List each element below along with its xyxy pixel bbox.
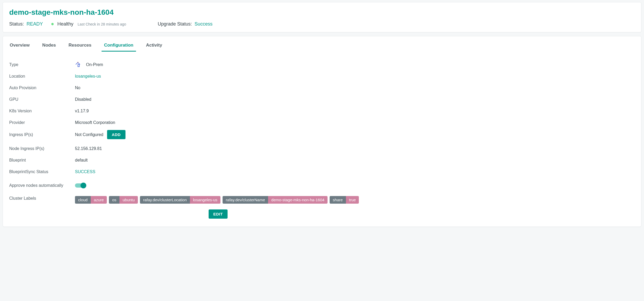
type-label: Type <box>9 62 75 67</box>
configuration-panel: Type On-Prem Location losangeles-us <box>9 52 635 220</box>
type-value-cell: On-Prem <box>75 62 103 68</box>
tab-nodes[interactable]: Nodes <box>42 41 57 52</box>
location-value[interactable]: losangeles-us <box>75 74 101 79</box>
row-ingress: Ingress IP(s) Not Configured ADD <box>9 128 635 141</box>
chip-value: ubuntu <box>119 196 138 204</box>
gpu-value: Disabled <box>75 97 91 102</box>
gpu-label: GPU <box>9 97 75 102</box>
cluster-labels-list: cloudazureosubunturafay.dev/clusterLocat… <box>75 196 361 206</box>
upgrade-group: Upgrade Status: Success <box>158 21 213 27</box>
approve-toggle[interactable] <box>75 183 85 188</box>
health-text: Healthy <box>57 21 73 27</box>
tabs: Overview Nodes Resources Configuration A… <box>9 36 635 52</box>
k8s-value: v1.17.9 <box>75 109 89 113</box>
status-value: READY <box>27 21 43 27</box>
k8s-label: K8s Version <box>9 109 75 113</box>
add-ingress-button[interactable]: ADD <box>107 130 125 139</box>
health-dot-icon <box>51 23 54 25</box>
status-group: Status: READY Healthy Last Check in 28 m… <box>9 21 126 27</box>
provider-label: Provider <box>9 120 75 125</box>
cluster-title: demo-stage-mks-non-ha-1604 <box>9 8 635 17</box>
row-location: Location losangeles-us <box>9 71 635 82</box>
chip-key: rafay.dev/clusterName <box>223 196 268 204</box>
row-k8s: K8s Version v1.17.9 <box>9 105 635 117</box>
row-type: Type On-Prem <box>9 59 635 71</box>
cluster-header: demo-stage-mks-non-ha-1604 Status: READY… <box>3 2 641 32</box>
row-provider: Provider Microsoft Corporation <box>9 117 635 128</box>
row-approve-nodes: Approve nodes automatically <box>9 178 635 193</box>
upgrade-label: Upgrade Status: <box>158 21 192 27</box>
ingress-value: Not Configured <box>75 132 103 137</box>
chip-key: os <box>109 196 119 204</box>
chip-value: losangeles-us <box>190 196 221 204</box>
row-node-ingress: Node Ingress IP(s) 52.156.129.81 <box>9 141 635 154</box>
tab-resources[interactable]: Resources <box>68 41 92 52</box>
tab-overview[interactable]: Overview <box>9 41 30 52</box>
chip-key: rafay.dev/clusterLocation <box>140 196 190 204</box>
blueprint-label: Blueprint <box>9 158 75 163</box>
content-card: Overview Nodes Resources Configuration A… <box>3 36 641 227</box>
type-value: On-Prem <box>86 62 103 67</box>
auto-provision-label: Auto Provision <box>9 86 75 90</box>
ingress-label: Ingress IP(s) <box>9 132 75 137</box>
chip-key: cloud <box>75 196 91 204</box>
upgrade-value: Success <box>195 21 213 27</box>
cluster-labels-label: Cluster Labels <box>9 196 75 201</box>
node-ingress-value: 52.156.129.81 <box>75 146 102 151</box>
cluster-label-chip: cloudazure <box>75 196 107 204</box>
chip-key: share <box>330 196 346 204</box>
chip-value: true <box>346 196 359 204</box>
provider-value: Microsoft Corporation <box>75 120 115 125</box>
cluster-label-chip: sharetrue <box>330 196 359 204</box>
chip-value: azure <box>91 196 107 204</box>
cluster-label-chip: rafay.dev/clusterLocationlosangeles-us <box>140 196 220 204</box>
row-cluster-labels: Cluster Labels cloudazureosubunturafay.d… <box>9 193 635 220</box>
blueprint-sync-value: SUCCESS <box>75 169 95 174</box>
location-label: Location <box>9 74 75 79</box>
approve-label: Approve nodes automatically <box>9 183 75 188</box>
cluster-label-chip: rafay.dev/clusterNamedemo-stage-mks-non-… <box>223 196 328 204</box>
node-ingress-label: Node Ingress IP(s) <box>9 146 75 151</box>
blueprint-sync-label: BlueprintSync Status <box>9 169 75 174</box>
toggle-knob-icon <box>80 183 86 188</box>
row-blueprint: Blueprint default <box>9 154 635 166</box>
row-gpu: GPU Disabled <box>9 94 635 105</box>
blueprint-value: default <box>75 158 88 163</box>
svg-rect-0 <box>78 64 79 67</box>
cluster-label-chip: osubuntu <box>109 196 138 204</box>
status-row: Status: READY Healthy Last Check in 28 m… <box>9 21 635 27</box>
onprem-icon <box>75 62 81 68</box>
status-label: Status: <box>9 21 24 27</box>
last-check-text: Last Check in 28 minutes ago <box>78 22 126 26</box>
tab-configuration[interactable]: Configuration <box>104 41 134 52</box>
edit-labels-button[interactable]: EDIT <box>209 209 228 219</box>
row-blueprint-sync: BlueprintSync Status SUCCESS <box>9 166 635 178</box>
tab-activity[interactable]: Activity <box>145 41 163 52</box>
chip-value: demo-stage-mks-non-ha-1604 <box>268 196 328 204</box>
auto-provision-value: No <box>75 86 80 90</box>
row-auto-provision: Auto Provision No <box>9 82 635 94</box>
